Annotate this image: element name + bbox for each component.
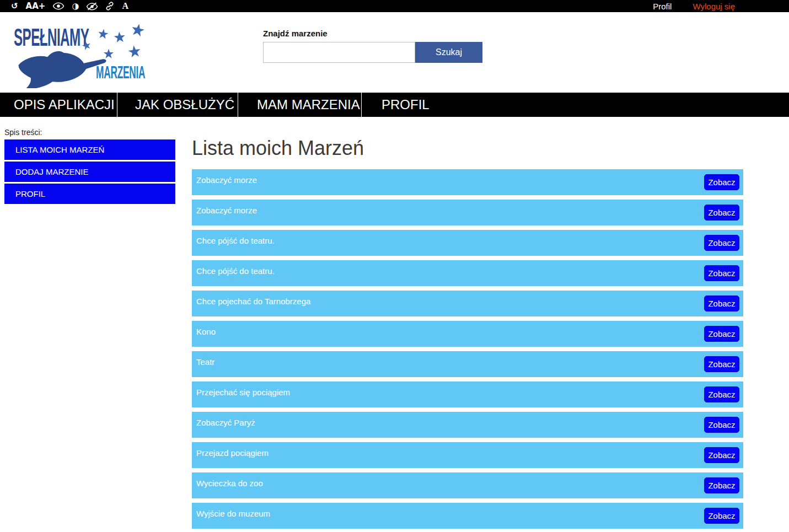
nav-item-opis-aplikacji[interactable]: OPIS APLIKACJI bbox=[0, 93, 117, 117]
search-input[interactable] bbox=[263, 42, 415, 63]
dream-title: Kono bbox=[196, 327, 216, 336]
sidebar-title: Spis treści: bbox=[4, 128, 175, 137]
search-label: Znajdź marzenie bbox=[263, 29, 482, 38]
dream-row: Wyjście do muzeumZobacz bbox=[192, 503, 743, 529]
dream-title: Chce pójść do teatru. bbox=[196, 266, 275, 276]
search-area: Znajdź marzenie Szukaj bbox=[263, 29, 482, 63]
font-style-icon[interactable]: A bbox=[122, 2, 128, 10]
contrast-icon[interactable]: ◑ bbox=[72, 2, 79, 10]
dream-title: Teatr bbox=[196, 357, 214, 367]
dream-row: Chce pojechać do TarnobrzegaZobacz bbox=[192, 291, 743, 316]
zobacz-button[interactable]: Zobacz bbox=[704, 295, 739, 311]
nav-item-jak-obs-u-y-[interactable]: JAK OBSŁUŻYĆ bbox=[117, 93, 238, 117]
zobacz-button[interactable]: Zobacz bbox=[704, 205, 739, 221]
hide-images-icon[interactable] bbox=[87, 2, 98, 10]
zobacz-button[interactable]: Zobacz bbox=[704, 447, 739, 463]
logo-text-marzenia: MARZENIA bbox=[96, 64, 145, 81]
zobacz-button[interactable]: Zobacz bbox=[704, 508, 739, 524]
zobacz-button[interactable]: Zobacz bbox=[704, 356, 739, 372]
sidebar-item-profil[interactable]: PROFIL bbox=[4, 184, 175, 204]
dream-title: Przejechać się pociągiem bbox=[196, 388, 290, 397]
dream-row: Chce pójść do teatru.Zobacz bbox=[192, 230, 743, 256]
logo-text-spelniamy: SPEŁNIAMY bbox=[14, 25, 89, 50]
zobacz-button[interactable]: Zobacz bbox=[704, 265, 739, 281]
header: SPEŁNIAMY MARZENIA Znajdź m bbox=[0, 12, 789, 93]
zobacz-button[interactable]: Zobacz bbox=[704, 386, 739, 402]
dream-row: Zobaczyć morzeZobacz bbox=[192, 169, 743, 195]
dream-row: Przejazd pociągiemZobacz bbox=[192, 442, 743, 468]
dream-title: Przejazd pociągiem bbox=[196, 448, 269, 458]
topbar-links: Profil Wyloguj się bbox=[653, 2, 789, 11]
search-button[interactable]: Szukaj bbox=[415, 42, 482, 63]
dream-row: Zobaczyć morzeZobacz bbox=[192, 200, 743, 225]
sidebar-item-dodaj-marzenie[interactable]: DODAJ MARZENIE bbox=[4, 162, 175, 182]
sidebar-menu: LISTA MOICH MARZEŃDODAJ MARZENIEPROFIL bbox=[4, 139, 175, 204]
sidebar-item-lista-moich-marze-[interactable]: LISTA MOICH MARZEŃ bbox=[4, 139, 175, 160]
main-nav: OPIS APLIKACJIJAK OBSŁUŻYĆMAM MARZENIAPR… bbox=[0, 93, 789, 117]
sidebar: Spis treści: LISTA MOICH MARZEŃDODAJ MAR… bbox=[4, 117, 175, 204]
dream-title: Zobaczyć morze bbox=[196, 206, 257, 215]
dream-title: Wyjście do muzeum bbox=[196, 509, 270, 518]
nav-item-mam-marzenia[interactable]: MAM MARZENIA bbox=[238, 93, 361, 117]
dream-title: Chce pojechać do Tarnobrzega bbox=[196, 297, 310, 306]
link-icon[interactable] bbox=[105, 2, 114, 10]
dream-title: Zobaczyć morze bbox=[196, 175, 257, 185]
topbar: ↺AA+◑A Profil Wyloguj się bbox=[0, 0, 789, 12]
dream-title: Wycieczka do zoo bbox=[196, 479, 263, 488]
nav-item-profil[interactable]: PROFIL bbox=[361, 93, 454, 117]
dream-row: KonoZobacz bbox=[192, 321, 743, 347]
page-title: Lista moich Marzeń bbox=[192, 137, 743, 160]
zobacz-button[interactable]: Zobacz bbox=[704, 326, 739, 342]
zobacz-button[interactable]: Zobacz bbox=[704, 174, 739, 190]
accessibility-toolbar: ↺AA+◑A bbox=[0, 0, 128, 12]
eye-icon[interactable] bbox=[53, 2, 64, 10]
dream-row: Chce pójść do teatru.Zobacz bbox=[192, 260, 743, 286]
dream-title: Chce pójść do teatru. bbox=[196, 236, 275, 245]
main-panel: Lista moich Marzeń Zobaczyć morzeZobaczZ… bbox=[192, 117, 743, 532]
dream-list: Zobaczyć morzeZobaczZobaczyć morzeZobacz… bbox=[192, 169, 743, 529]
page: ↺AA+◑A Profil Wyloguj się SPEŁNIAMY bbox=[0, 0, 789, 532]
dream-row: Wycieczka do zooZobacz bbox=[192, 472, 743, 498]
zobacz-button[interactable]: Zobacz bbox=[704, 417, 739, 433]
undo-icon[interactable]: ↺ bbox=[11, 2, 18, 10]
content: Spis treści: LISTA MOICH MARZEŃDODAJ MAR… bbox=[0, 117, 789, 532]
profile-link[interactable]: Profil bbox=[653, 2, 672, 11]
dream-title: Zobaczyć Paryż bbox=[196, 418, 255, 427]
dream-row: TeatrZobacz bbox=[192, 351, 743, 377]
dream-row: Zobaczyć ParyżZobacz bbox=[192, 412, 743, 438]
font-size-icon[interactable]: AA+ bbox=[26, 2, 46, 10]
logout-link[interactable]: Wyloguj się bbox=[693, 2, 735, 11]
logo[interactable]: SPEŁNIAMY MARZENIA bbox=[14, 22, 152, 87]
zobacz-button[interactable]: Zobacz bbox=[704, 235, 739, 251]
search-row: Szukaj bbox=[263, 42, 482, 63]
zobacz-button[interactable]: Zobacz bbox=[704, 477, 739, 493]
dream-row: Przejechać się pociągiemZobacz bbox=[192, 381, 743, 407]
